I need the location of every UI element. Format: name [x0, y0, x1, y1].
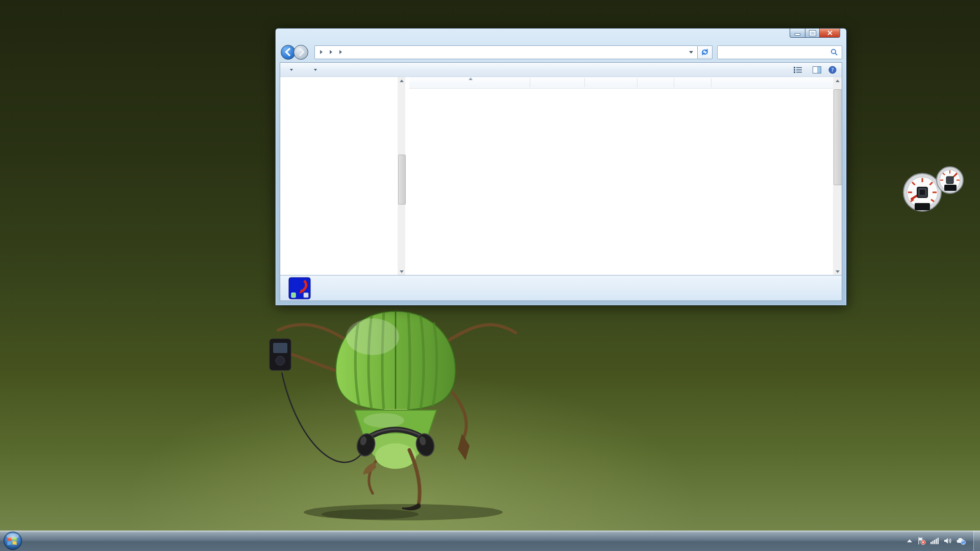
- help-button[interactable]: ?: [828, 66, 837, 74]
- start-button[interactable]: [3, 531, 22, 551]
- system-tray: [902, 531, 973, 551]
- file-browser-main: [280, 77, 842, 276]
- change-view-button[interactable]: [793, 66, 805, 73]
- help-icon: ?: [828, 66, 837, 74]
- back-arrow-icon: [285, 48, 293, 57]
- file-list-scrollbar[interactable]: [833, 77, 842, 276]
- open-button[interactable]: [298, 63, 307, 77]
- details-pane: [280, 275, 842, 300]
- back-button[interactable]: [281, 45, 296, 60]
- view-list-icon: [793, 66, 802, 73]
- explorer-window: ?: [275, 28, 847, 306]
- column-headers: [409, 77, 833, 89]
- column-header-name[interactable]: [413, 77, 530, 88]
- search-box[interactable]: [717, 45, 842, 59]
- cpu-meter-gadget[interactable]: [902, 166, 970, 215]
- breadcrumb-separator-icon: [339, 50, 342, 54]
- yandex-disk-sync-icon[interactable]: [956, 537, 966, 545]
- navigation-pane: [280, 77, 405, 276]
- preview-pane-button[interactable]: [813, 66, 821, 73]
- column-header-size[interactable]: [642, 77, 674, 88]
- network-icon[interactable]: [930, 537, 939, 545]
- sidebar-scrollbar[interactable]: [398, 77, 405, 276]
- svg-text:?: ?: [831, 67, 834, 72]
- refresh-button[interactable]: [698, 45, 713, 59]
- breadcrumb-separator-icon: [330, 50, 332, 54]
- command-toolbar: ?: [280, 63, 842, 77]
- refresh-icon: [701, 48, 709, 56]
- share-menu[interactable]: [307, 63, 322, 77]
- breadcrumb-separator-icon: [320, 50, 323, 54]
- file-list: [409, 77, 833, 276]
- address-dropdown-icon[interactable]: [689, 51, 693, 54]
- forward-button[interactable]: [293, 45, 308, 60]
- column-header-type[interactable]: [588, 77, 637, 88]
- minimize-button[interactable]: [790, 29, 805, 38]
- address-bar[interactable]: [314, 45, 698, 59]
- navigation-bar: [280, 44, 842, 60]
- wallpaper-beetle: [250, 282, 556, 527]
- close-button[interactable]: [820, 29, 840, 38]
- windows-start-icon: [3, 531, 22, 550]
- volume-icon[interactable]: [943, 537, 952, 545]
- desktop-wallpaper: ?: [0, 0, 980, 551]
- selected-file-icon: [288, 277, 311, 301]
- show-desktop-button[interactable]: [973, 531, 980, 551]
- forward-arrow-icon: [296, 48, 304, 57]
- action-center-icon[interactable]: [917, 537, 926, 545]
- search-icon: [830, 48, 838, 56]
- new-folder-button[interactable]: [322, 63, 331, 77]
- maximize-button[interactable]: [805, 29, 820, 38]
- show-hidden-icons-button[interactable]: [907, 539, 912, 542]
- column-header-date[interactable]: [535, 77, 584, 88]
- taskbar: [0, 531, 980, 551]
- organize-menu[interactable]: [280, 63, 298, 77]
- preview-pane-icon: [813, 66, 821, 73]
- ram-gauge-icon: [936, 166, 964, 194]
